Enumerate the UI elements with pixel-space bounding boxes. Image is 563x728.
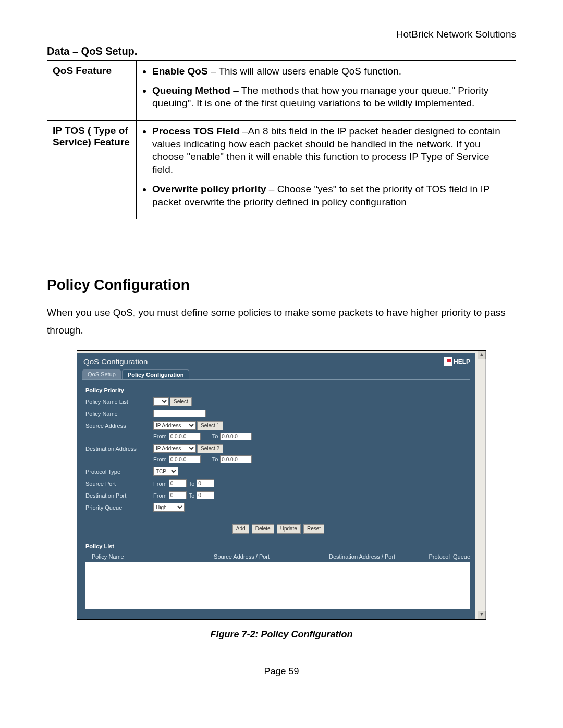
sport-from-input[interactable]	[169, 479, 187, 487]
delete-button[interactable]: Delete	[252, 524, 274, 534]
label-policy-name: Policy Name	[85, 411, 153, 417]
policy-config-heading: Policy Configuration	[47, 277, 516, 293]
label-priority-queue: Priority Queue	[85, 504, 153, 511]
src-to-label: To	[212, 433, 218, 439]
row2-b2-bold: Overwrite policy priority	[152, 183, 266, 194]
scroll-down-arrow[interactable]: ▼	[478, 611, 486, 619]
help-button[interactable]: HELP	[444, 357, 470, 366]
label-source-address: Source Address	[85, 423, 153, 429]
body-text: When you use QoS, you must define some p…	[47, 304, 516, 339]
dst-from-label: From	[153, 456, 167, 462]
col-source: Source Address / Port	[175, 553, 308, 560]
dport-from-label: From	[153, 492, 167, 499]
screenshot-frame: ▲ ▼ QoS Configuration HELP QoS Setup Pol…	[77, 350, 486, 620]
tab-qos-setup[interactable]: QoS Setup	[82, 369, 121, 379]
help-icon	[444, 357, 452, 366]
src-from-label: From	[153, 433, 167, 439]
page-number: Page 59	[47, 666, 516, 677]
col-proto-queue: Protocol Queue	[416, 553, 470, 560]
row2-content: Process TOS Field –An 8 bits field in th…	[137, 121, 516, 219]
policy-priority-heading: Policy Priority	[85, 387, 470, 393]
sport-to-input[interactable]	[197, 479, 214, 487]
row2-b1-bold: Process TOS Field	[152, 126, 240, 137]
col-policy-name: Policy Name	[85, 553, 175, 560]
policy-list-header: Policy Name Source Address / Port Destin…	[85, 552, 470, 561]
sport-to-label: To	[189, 480, 195, 487]
label-policy-name-list: Policy Name List	[85, 399, 153, 405]
row1-content: Enable QoS – This will allow users enabl…	[137, 61, 516, 121]
source-address-type-select[interactable]: IP Address	[153, 421, 196, 430]
help-label: HELP	[454, 358, 470, 365]
select1-button[interactable]: Select 1	[197, 421, 223, 430]
label-source-port: Source Port	[85, 480, 153, 487]
label-dest-address: Destination Address	[85, 446, 153, 452]
dport-to-input[interactable]	[197, 491, 214, 499]
row1-b1-bold: Enable QoS	[152, 66, 208, 77]
qos-setup-table: QoS Feature Enable QoS – This will allow…	[47, 60, 516, 219]
policy-name-list-select[interactable]	[153, 397, 169, 406]
src-to-input[interactable]	[220, 433, 252, 440]
dst-from-input[interactable]	[169, 455, 201, 463]
row2-label: IP TOS ( Type of Service) Feature	[47, 121, 137, 219]
row1-label: QoS Feature	[47, 61, 137, 121]
dst-to-label: To	[212, 456, 218, 462]
policy-name-input[interactable]	[153, 410, 206, 417]
add-button[interactable]: Add	[232, 524, 249, 534]
dport-from-input[interactable]	[169, 491, 187, 499]
priority-queue-select[interactable]: High	[153, 503, 185, 512]
label-dest-port: Destination Port	[85, 492, 153, 499]
dst-to-input[interactable]	[220, 455, 252, 463]
qos-panel: QoS Configuration HELP QoS Setup Policy …	[77, 353, 475, 619]
scroll-up-arrow[interactable]: ▲	[478, 351, 486, 359]
protocol-type-select[interactable]: TCP	[153, 467, 178, 476]
select2-button[interactable]: Select 2	[197, 444, 223, 453]
header-company: HotBrick Network Solutions	[47, 29, 516, 40]
col-dest: Destination Address / Port	[308, 553, 416, 560]
row1-b1-rest: – This will allow users enable QoS funct…	[208, 66, 401, 77]
src-from-input[interactable]	[169, 433, 201, 440]
reset-button[interactable]: Reset	[303, 524, 324, 534]
label-protocol-type: Protocol Type	[85, 468, 153, 475]
dest-address-type-select[interactable]: IP Address	[153, 444, 196, 453]
figure-caption: Figure 7-2: Policy Configuration	[47, 629, 516, 640]
policy-list-body	[85, 562, 470, 609]
row1-b2-bold: Queuing Method	[152, 85, 230, 96]
panel-title: QoS Configuration	[83, 357, 148, 366]
update-button[interactable]: Update	[277, 524, 301, 534]
select-button[interactable]: Select	[170, 397, 192, 406]
tab-policy-config[interactable]: Policy Configuration	[122, 369, 190, 379]
section-title: Data – QoS Setup.	[47, 45, 516, 57]
scroll-track[interactable]	[478, 359, 486, 611]
policy-list-heading: Policy List	[85, 543, 470, 549]
sport-from-label: From	[153, 480, 167, 487]
tab-underline	[82, 379, 470, 380]
dport-to-label: To	[189, 492, 195, 499]
